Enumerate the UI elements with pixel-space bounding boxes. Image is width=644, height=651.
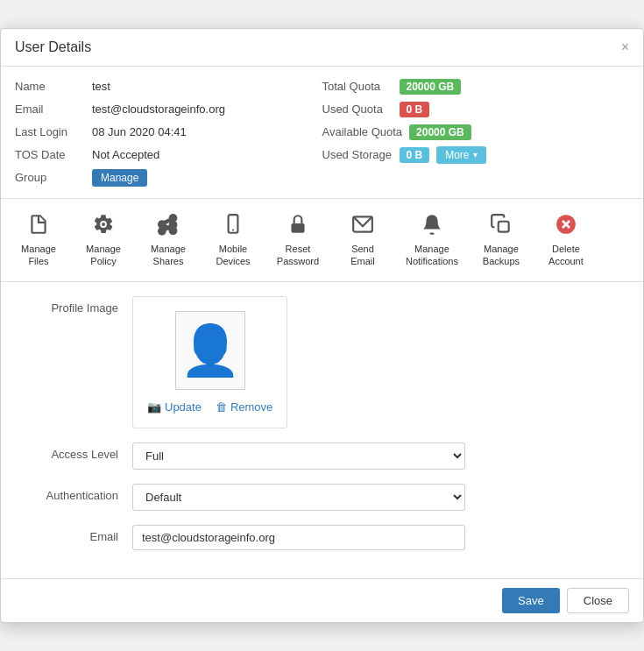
profile-image-container: 👤 📷 Update 🗑 Remove xyxy=(132,296,287,428)
lock-icon xyxy=(287,213,309,239)
action-reset-password-label: ResetPassword xyxy=(277,243,319,268)
tos-date-row: TOS Date Not Accepted xyxy=(15,145,322,165)
copy-icon xyxy=(490,213,513,239)
chevron-down-icon: ▾ xyxy=(473,150,478,159)
action-manage-shares-label: ManageShares xyxy=(151,243,186,268)
user-details-modal: User Details × Name test Email test@clou… xyxy=(0,28,644,624)
modal-footer: Save Close xyxy=(1,578,643,622)
name-label: Name xyxy=(15,80,85,93)
camera-icon: 📷 xyxy=(147,400,161,414)
name-row: Name test xyxy=(15,77,322,96)
email-icon xyxy=(351,213,374,239)
access-level-row: Access Level Full Read Only None xyxy=(18,442,626,470)
profile-image-row: Profile Image 👤 📷 Update 🗑 Remove xyxy=(18,296,626,428)
share-icon xyxy=(157,213,180,239)
modal-header: User Details × xyxy=(1,29,643,67)
action-send-email[interactable]: SendEmail xyxy=(332,208,393,273)
mobile-icon xyxy=(222,213,244,239)
last-login-value: 08 Jun 2020 04:41 xyxy=(92,125,187,138)
last-login-row: Last Login 08 Jun 2020 04:41 xyxy=(15,123,322,142)
used-storage-row: Used Storage 0 B More ▾ xyxy=(322,145,630,165)
total-quota-row: Total Quota 20000 GB xyxy=(322,77,630,96)
file-icon xyxy=(27,213,50,239)
group-label: Group xyxy=(15,171,85,184)
available-quota-label: Available Quota xyxy=(322,125,403,138)
total-quota-label: Total Quota xyxy=(322,80,393,93)
email-field-label: Email xyxy=(18,525,132,543)
email-value: test@cloudstorageinfo.org xyxy=(92,103,225,116)
svg-rect-3 xyxy=(291,223,304,233)
tos-date-value: Not Accepted xyxy=(92,148,159,161)
used-quota-value: 0 B xyxy=(400,102,430,117)
last-login-label: Last Login xyxy=(15,125,85,138)
close-button[interactable]: Close xyxy=(567,588,629,613)
user-info-section: Name test Email test@cloudstorageinfo.or… xyxy=(1,67,643,199)
used-storage-value: 0 B xyxy=(400,147,430,163)
tos-date-label: TOS Date xyxy=(15,148,85,161)
action-manage-files[interactable]: ManageFiles xyxy=(8,208,69,273)
authentication-row: Authentication Default LDAP Local xyxy=(18,484,626,511)
save-button[interactable]: Save xyxy=(502,588,560,613)
email-field[interactable] xyxy=(132,525,465,550)
group-manage-button[interactable]: Manage xyxy=(92,169,147,187)
authentication-label: Authentication xyxy=(18,484,132,502)
modal-title: User Details xyxy=(15,39,91,55)
image-action-buttons: 📷 Update 🗑 Remove xyxy=(147,400,272,414)
used-quota-label: Used Quota xyxy=(322,103,393,116)
action-manage-notifications[interactable]: ManageNotifications xyxy=(397,208,467,273)
action-delete-account-label: DeleteAccount xyxy=(548,243,584,268)
user-info-grid: Name test Email test@cloudstorageinfo.or… xyxy=(15,77,629,188)
action-send-email-label: SendEmail xyxy=(350,243,375,268)
action-manage-policy-label: ManagePolicy xyxy=(86,243,121,268)
available-quota-value: 20000 GB xyxy=(409,124,471,140)
avatar: 👤 xyxy=(175,311,245,390)
action-manage-backups-label: ManageBackups xyxy=(483,243,520,268)
email-row: Email xyxy=(18,525,626,550)
delete-icon xyxy=(555,213,577,239)
info-right-column: Total Quota 20000 GB Used Quota 0 B Avai… xyxy=(322,77,630,188)
form-section: Profile Image 👤 📷 Update 🗑 Remove xyxy=(1,282,643,578)
profile-image-label: Profile Image xyxy=(18,296,132,315)
available-quota-row: Available Quota 20000 GB xyxy=(322,123,630,142)
remove-image-button[interactable]: 🗑 Remove xyxy=(216,400,272,414)
action-manage-notifications-label: ManageNotifications xyxy=(406,243,458,268)
more-button[interactable]: More ▾ xyxy=(436,146,485,164)
access-level-select[interactable]: Full Read Only None xyxy=(132,442,465,470)
action-manage-shares[interactable]: ManageShares xyxy=(138,208,199,273)
used-storage-label: Used Storage xyxy=(322,148,393,161)
group-row: Group Manage xyxy=(15,168,322,188)
actions-toolbar: ManageFiles ManagePolicy ManageShares Mo… xyxy=(1,199,643,283)
access-level-label: Access Level xyxy=(18,442,132,461)
svg-point-0 xyxy=(102,223,105,226)
name-value: test xyxy=(92,80,110,93)
action-manage-backups[interactable]: ManageBackups xyxy=(471,208,532,273)
svg-rect-5 xyxy=(499,221,509,231)
email-row: Email test@cloudstorageinfo.org xyxy=(15,100,322,119)
trash-icon: 🗑 xyxy=(216,400,227,414)
update-image-button[interactable]: 📷 Update xyxy=(147,400,202,414)
person-silhouette-icon: 👤 xyxy=(180,326,241,375)
total-quota-value: 20000 GB xyxy=(400,79,462,95)
action-reset-password[interactable]: ResetPassword xyxy=(267,208,329,273)
gear-icon xyxy=(92,213,115,239)
email-label: Email xyxy=(15,103,85,116)
action-delete-account[interactable]: DeleteAccount xyxy=(535,208,597,273)
authentication-select[interactable]: Default LDAP Local xyxy=(132,484,465,511)
action-manage-files-label: ManageFiles xyxy=(21,243,56,268)
used-quota-row: Used Quota 0 B xyxy=(322,100,630,119)
action-mobile-devices[interactable]: MobileDevices xyxy=(202,208,264,273)
action-mobile-devices-label: MobileDevices xyxy=(216,243,250,268)
modal-close-button[interactable]: × xyxy=(621,40,629,54)
info-left-column: Name test Email test@cloudstorageinfo.or… xyxy=(15,77,322,188)
bell-icon xyxy=(421,213,443,239)
action-manage-policy[interactable]: ManagePolicy xyxy=(73,208,134,273)
